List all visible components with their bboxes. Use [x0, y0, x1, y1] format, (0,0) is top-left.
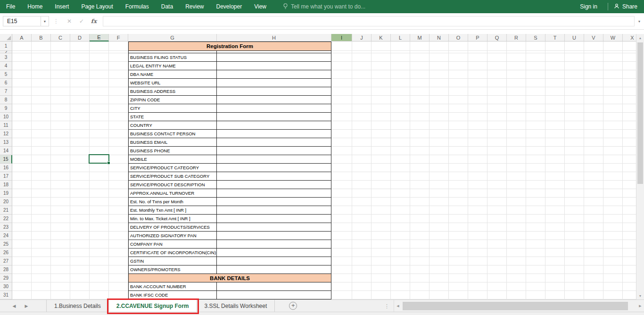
grid-cell[interactable] [603, 164, 623, 172]
grid-cell[interactable] [603, 257, 623, 265]
grid-cell[interactable] [372, 189, 391, 198]
grid-cell[interactable] [603, 79, 623, 87]
grid-cell[interactable] [391, 172, 410, 181]
grid-cell[interactable] [12, 265, 32, 274]
grid-cell[interactable] [507, 121, 526, 130]
grid-cell[interactable] [90, 79, 109, 87]
grid-cell[interactable] [565, 96, 584, 104]
grid-cell[interactable] [51, 265, 70, 274]
grid-cell[interactable] [391, 138, 410, 147]
field-value-cell-H31[interactable] [217, 291, 331, 299]
grid-cell[interactable] [507, 62, 526, 70]
grid-cell[interactable] [391, 206, 410, 215]
field-value-cell-H6[interactable] [217, 79, 331, 87]
grid-cell[interactable] [109, 164, 128, 172]
grid-cell[interactable] [449, 291, 468, 299]
grid-cell[interactable] [584, 87, 603, 96]
grid-cell[interactable] [90, 62, 109, 70]
grid-cell[interactable] [51, 87, 70, 96]
grid-cell[interactable] [565, 79, 584, 87]
grid-cell[interactable] [51, 189, 70, 198]
grid-cell[interactable] [487, 172, 507, 181]
grid-cell[interactable] [429, 232, 449, 240]
grid-cell[interactable] [623, 265, 636, 274]
grid-cell[interactable] [90, 96, 109, 104]
grid-cell[interactable] [90, 291, 109, 299]
grid-cell[interactable] [90, 232, 109, 240]
grid-cell[interactable] [410, 257, 429, 265]
grid-cell[interactable] [526, 130, 545, 138]
grid-cell[interactable] [90, 282, 109, 291]
grid-cell[interactable] [90, 189, 109, 198]
grid-cell[interactable] [12, 164, 32, 172]
grid-cell[interactable] [584, 172, 603, 181]
tab-splitter-icon[interactable]: ⋮ [384, 300, 389, 312]
grid-cell[interactable] [429, 87, 449, 96]
grid-cell[interactable] [429, 96, 449, 104]
grid-cell[interactable] [526, 87, 545, 96]
grid-cell[interactable] [109, 265, 128, 274]
grid-cell[interactable] [12, 104, 32, 113]
grid-cell[interactable] [584, 138, 603, 147]
grid-cell[interactable] [391, 232, 410, 240]
grid-cell[interactable] [372, 62, 391, 70]
grid-cell[interactable] [372, 274, 391, 282]
field-value-cell-H26[interactable] [217, 249, 331, 257]
row-header-31[interactable]: 31 [0, 291, 12, 299]
grid-cell[interactable] [32, 206, 51, 215]
grid-cell[interactable] [109, 240, 128, 249]
grid-cell[interactable] [468, 249, 487, 257]
column-header-P[interactable]: P [468, 34, 487, 41]
grid-cell[interactable] [352, 198, 372, 206]
grid-cell[interactable] [545, 53, 565, 62]
row-header-19[interactable]: 19 [0, 189, 12, 198]
column-header-G[interactable]: G [128, 34, 217, 41]
grid-cell[interactable] [12, 79, 32, 87]
grid-cell[interactable] [468, 147, 487, 155]
grid-cell[interactable] [623, 87, 636, 96]
name-box[interactable]: E15 ▼ [3, 16, 49, 26]
grid-cell[interactable] [526, 104, 545, 113]
grid-cell[interactable] [109, 62, 128, 70]
column-header-U[interactable]: U [565, 34, 584, 41]
grid-cell[interactable] [410, 249, 429, 257]
grid-cell[interactable] [487, 104, 507, 113]
grid-cell[interactable] [90, 70, 109, 79]
grid-cell[interactable] [507, 265, 526, 274]
grid-cell[interactable] [623, 198, 636, 206]
grid-cell[interactable] [109, 291, 128, 299]
grid-cell[interactable] [565, 70, 584, 79]
grid-cell[interactable] [565, 240, 584, 249]
grid-cell[interactable] [507, 113, 526, 121]
grid-cell[interactable] [584, 206, 603, 215]
grid-cell[interactable] [526, 215, 545, 223]
grid-cell[interactable] [468, 130, 487, 138]
grid-cell[interactable] [507, 189, 526, 198]
grid-cell[interactable] [32, 164, 51, 172]
grid-cell[interactable] [410, 282, 429, 291]
grid-cell[interactable] [410, 274, 429, 282]
grid-cell[interactable] [352, 189, 372, 198]
grid-cell[interactable] [51, 62, 70, 70]
grid-cell[interactable] [603, 181, 623, 189]
column-header-C[interactable]: C [51, 34, 70, 41]
grid-cell[interactable] [352, 291, 372, 299]
grid-cell[interactable] [51, 130, 70, 138]
column-header-L[interactable]: L [391, 34, 410, 41]
grid-cell[interactable] [468, 121, 487, 130]
grid-cell[interactable] [372, 223, 391, 232]
grid-cell[interactable] [12, 87, 32, 96]
grid-cell[interactable] [526, 291, 545, 299]
grid-cell[interactable] [391, 291, 410, 299]
grid-cell[interactable] [410, 130, 429, 138]
grid-cell[interactable] [372, 113, 391, 121]
grid-cell[interactable] [331, 113, 352, 121]
grid-cell[interactable] [70, 164, 90, 172]
grid-cell[interactable] [410, 172, 429, 181]
grid-cell[interactable] [331, 291, 352, 299]
grid-cell[interactable] [623, 181, 636, 189]
grid-cell[interactable] [352, 104, 372, 113]
row-header-25[interactable]: 25 [0, 240, 12, 249]
grid-cell[interactable] [70, 147, 90, 155]
grid-cell[interactable] [70, 104, 90, 113]
